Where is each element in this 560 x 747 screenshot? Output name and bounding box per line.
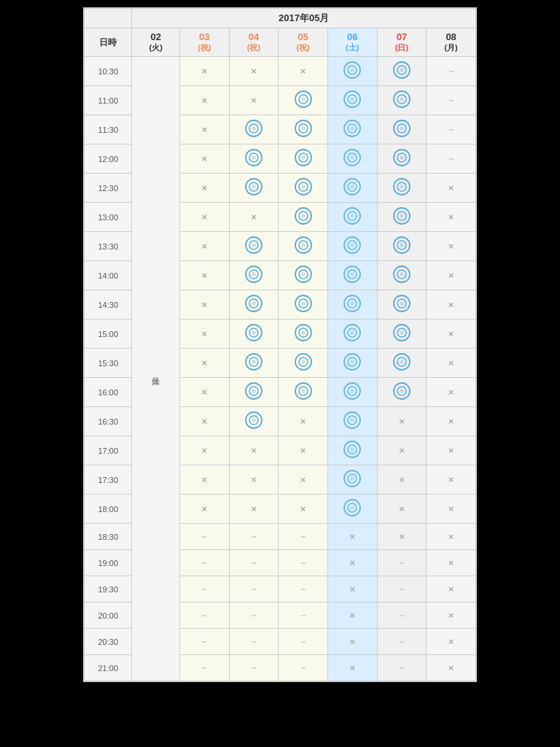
available-cell[interactable]	[229, 349, 279, 378]
time-cell: 14:30	[85, 290, 132, 320]
available-cell[interactable]	[229, 378, 279, 407]
seat-icon[interactable]	[342, 381, 362, 401]
seat-icon[interactable]	[293, 264, 314, 285]
seat-icon[interactable]	[244, 177, 264, 197]
available-cell[interactable]	[279, 261, 328, 290]
seat-icon[interactable]	[293, 206, 314, 226]
available-cell[interactable]	[327, 144, 377, 174]
seat-icon[interactable]	[293, 352, 314, 372]
available-cell[interactable]	[229, 320, 279, 349]
seat-icon[interactable]	[342, 89, 362, 109]
seat-icon[interactable]	[392, 322, 412, 343]
time-cell: 16:30	[85, 407, 132, 436]
seat-icon[interactable]	[342, 264, 362, 285]
seat-icon[interactable]	[392, 118, 412, 139]
available-cell[interactable]	[377, 174, 427, 203]
seat-icon[interactable]	[392, 293, 412, 314]
available-cell[interactable]	[279, 320, 328, 349]
available-cell[interactable]	[327, 261, 377, 290]
available-cell[interactable]	[377, 86, 427, 115]
available-cell[interactable]	[327, 290, 377, 320]
available-cell[interactable]	[327, 115, 377, 144]
available-cell[interactable]	[377, 115, 427, 144]
available-cell[interactable]	[327, 495, 377, 524]
available-cell[interactable]	[279, 290, 328, 320]
seat-icon[interactable]	[392, 264, 412, 285]
seat-icon[interactable]	[293, 322, 314, 343]
available-cell[interactable]	[327, 174, 377, 203]
available-cell[interactable]	[229, 407, 279, 436]
available-cell[interactable]	[327, 232, 377, 261]
available-cell[interactable]	[377, 144, 427, 174]
available-cell[interactable]	[327, 86, 377, 115]
seat-icon[interactable]	[293, 177, 314, 197]
seat-icon[interactable]	[392, 235, 412, 255]
seat-icon[interactable]	[392, 206, 412, 226]
available-cell[interactable]	[327, 378, 377, 407]
seat-icon[interactable]	[244, 322, 264, 343]
seat-icon[interactable]	[392, 381, 412, 401]
seat-icon[interactable]	[392, 89, 412, 109]
available-cell[interactable]	[377, 57, 427, 86]
available-cell[interactable]	[279, 115, 328, 144]
seat-icon[interactable]	[244, 381, 264, 401]
seat-icon[interactable]	[392, 147, 412, 168]
seat-icon[interactable]	[342, 439, 362, 460]
available-cell[interactable]	[229, 290, 279, 320]
available-cell[interactable]	[229, 232, 279, 261]
seat-icon[interactable]	[293, 293, 314, 314]
seat-icon[interactable]	[342, 206, 362, 226]
available-cell[interactable]	[279, 203, 328, 232]
available-cell[interactable]	[229, 261, 279, 290]
seat-icon[interactable]	[244, 410, 264, 430]
available-cell[interactable]	[327, 203, 377, 232]
seat-icon[interactable]	[244, 147, 264, 168]
seat-icon[interactable]	[342, 498, 362, 518]
available-cell[interactable]	[229, 174, 279, 203]
available-cell[interactable]	[279, 349, 328, 378]
available-cell[interactable]	[327, 436, 377, 465]
seat-icon[interactable]	[342, 147, 362, 168]
available-cell[interactable]	[327, 320, 377, 349]
seat-icon[interactable]	[342, 410, 362, 430]
available-cell[interactable]	[377, 290, 427, 320]
seat-icon[interactable]	[244, 293, 264, 314]
seat-icon[interactable]	[293, 118, 314, 139]
seat-icon[interactable]	[342, 177, 362, 197]
available-cell[interactable]	[279, 378, 328, 407]
seat-icon[interactable]	[244, 352, 264, 372]
seat-icon[interactable]	[342, 322, 362, 343]
seat-icon[interactable]	[392, 352, 412, 372]
seat-icon[interactable]	[342, 235, 362, 255]
available-cell[interactable]	[279, 144, 328, 174]
seat-icon[interactable]	[392, 177, 412, 197]
seat-icon[interactable]	[342, 468, 362, 489]
available-cell[interactable]	[377, 378, 427, 407]
seat-icon[interactable]	[244, 118, 264, 139]
seat-icon[interactable]	[293, 147, 314, 168]
seat-icon[interactable]	[342, 60, 362, 80]
seat-icon[interactable]	[392, 60, 412, 80]
seat-icon[interactable]	[293, 89, 314, 109]
available-cell[interactable]	[377, 203, 427, 232]
seat-icon[interactable]	[342, 293, 362, 314]
seat-icon[interactable]	[342, 352, 362, 372]
available-cell[interactable]	[229, 115, 279, 144]
seat-icon[interactable]	[293, 381, 314, 401]
available-cell[interactable]	[377, 232, 427, 261]
available-cell[interactable]	[279, 232, 328, 261]
seat-icon[interactable]	[244, 235, 264, 255]
seat-icon[interactable]	[293, 235, 314, 255]
seat-icon[interactable]	[244, 264, 264, 285]
available-cell[interactable]	[327, 57, 377, 86]
available-cell[interactable]	[327, 407, 377, 436]
available-cell[interactable]	[229, 144, 279, 174]
available-cell[interactable]	[327, 349, 377, 378]
available-cell[interactable]	[327, 465, 377, 495]
seat-icon[interactable]	[342, 118, 362, 139]
available-cell[interactable]	[279, 174, 328, 203]
available-cell[interactable]	[377, 320, 427, 349]
available-cell[interactable]	[377, 261, 427, 290]
available-cell[interactable]	[279, 86, 328, 115]
available-cell[interactable]	[377, 349, 427, 378]
